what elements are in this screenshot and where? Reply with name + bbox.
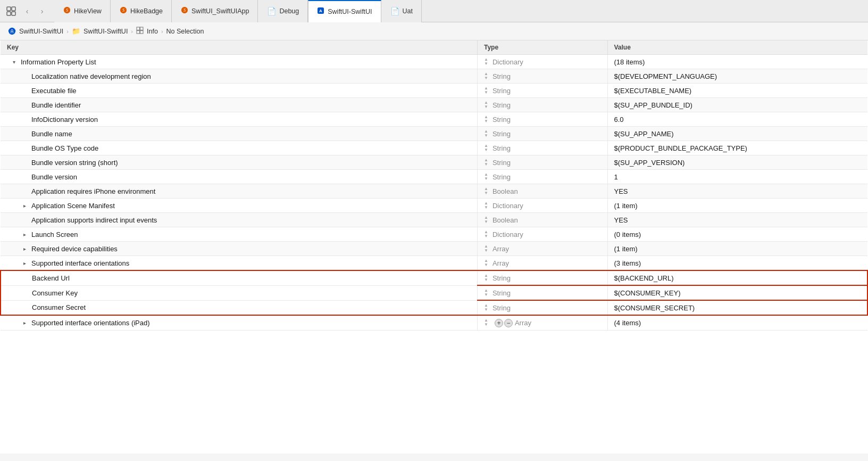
grid-icon[interactable] [4, 4, 18, 18]
type-arrows-bundle-version-short[interactable]: ▲▼ [484, 158, 488, 167]
plist-table: Key Type Value Information Property List… [0, 40, 868, 331]
disclosure-supported-orientations-ipad[interactable] [21, 320, 28, 326]
disclosure-app-scene-manifest[interactable] [21, 203, 28, 209]
tab-swiftui-swiftui[interactable]: A SwiftUI-SwiftUI [308, 0, 381, 22]
breadcrumb-sep-2: › [131, 28, 133, 35]
type-arrows-backend-url[interactable]: ▲▼ [484, 274, 488, 282]
nav-back-button[interactable]: ‹ [21, 5, 33, 17]
svg-text:S: S [122, 8, 124, 13]
tab-label: HikeBadge [130, 7, 163, 15]
cell-key-info-prop-list: Information Property List [1, 55, 478, 69]
tab-debug[interactable]: 📄Debug [258, 0, 308, 22]
value-label-bundle-version-short: $(SU_APP_VERSION) [614, 159, 685, 167]
table-row[interactable]: Information Property List▲▼Dictionary(18… [1, 55, 867, 69]
cell-value-app-requires-iphone: YES [607, 184, 867, 199]
type-arrows-required-device[interactable]: ▲▼ [484, 244, 488, 253]
table-row[interactable]: Supported interface orientations▲▼Array(… [1, 256, 867, 271]
type-arrows-info-prop-list[interactable]: ▲▼ [484, 57, 488, 66]
type-arrows-localization[interactable]: ▲▼ [484, 72, 488, 80]
cell-key-supported-orientations: Supported interface orientations [1, 256, 478, 271]
key-label-bundle-version: Bundle version [31, 173, 77, 181]
type-arrows-bundle-version[interactable]: ▲▼ [484, 172, 488, 181]
tab-icon-swift: S [63, 6, 71, 15]
type-arrows-bundle-id[interactable]: ▲▼ [484, 101, 488, 109]
disclosure-info-prop-list[interactable] [10, 59, 18, 65]
disclosure-supported-orientations[interactable] [21, 260, 28, 266]
cell-key-infodict-version: InfoDictionary version [1, 112, 478, 127]
type-label-supported-orientations: Array [493, 259, 509, 267]
add-button[interactable]: + [495, 319, 503, 327]
table-row[interactable]: Application supports indirect input even… [1, 213, 867, 227]
type-arrows-app-requires-iphone[interactable]: ▲▼ [484, 187, 488, 195]
table-row[interactable]: Bundle name▲▼String$(SU_APP_NAME) [1, 127, 867, 141]
type-arrows-bundle-name[interactable]: ▲▼ [484, 129, 488, 138]
type-arrows-supported-orientations-ipad[interactable]: ▲▼ [484, 318, 488, 327]
disclosure-bundle-version [21, 173, 28, 181]
value-label-backend-url: $(BACKEND_URL) [614, 274, 674, 282]
table-row[interactable]: Backend Url▲▼String$(BACKEND_URL) [1, 270, 867, 285]
type-arrows-consumer-key[interactable]: ▲▼ [484, 289, 488, 297]
svg-rect-0 [7, 7, 11, 11]
cell-value-bundle-version-short: $(SU_APP_VERSION) [607, 155, 867, 170]
value-label-bundle-version: 1 [614, 173, 618, 181]
table-row[interactable]: Consumer Secret▲▼String$(CONSUMER_SECRET… [1, 300, 867, 315]
svg-rect-2 [7, 12, 11, 15]
table-row[interactable]: Bundle identifier▲▼String$(SU_APP_BUNDLE… [1, 98, 867, 112]
cell-key-supported-orientations-ipad: Supported interface orientations (iPad) [1, 315, 478, 330]
cell-type-info-prop-list: ▲▼Dictionary [478, 55, 608, 69]
cell-type-bundle-version-short: ▲▼String [478, 155, 608, 170]
tab-hikeview[interactable]: S HikeView [54, 0, 111, 22]
type-arrows-executable[interactable]: ▲▼ [484, 86, 488, 95]
tab-uat[interactable]: 📄Uat [381, 0, 422, 22]
value-label-bundle-id: $(SU_APP_BUNDLE_ID) [614, 101, 692, 109]
table-row[interactable]: Executable file▲▼String$(EXECUTABLE_NAME… [1, 84, 867, 98]
table-row[interactable]: Consumer Key▲▼String$(CONSUMER_KEY) [1, 285, 867, 300]
tab-swiftui-app[interactable]: S SwiftUI_SwiftUIApp [172, 0, 258, 22]
type-arrows-infodict-version[interactable]: ▲▼ [484, 115, 488, 124]
type-arrows-launch-screen[interactable]: ▲▼ [484, 230, 488, 238]
cell-key-bundle-version: Bundle version [1, 170, 478, 184]
cell-value-bundle-name: $(SU_APP_NAME) [607, 127, 867, 141]
disclosure-launch-screen[interactable] [21, 232, 28, 237]
cell-type-bundle-os-type: ▲▼String [478, 141, 608, 155]
cell-type-backend-url: ▲▼String [478, 270, 608, 285]
table-row[interactable]: Bundle version▲▼String1 [1, 170, 867, 184]
breadcrumb-info-label[interactable]: Info [147, 28, 158, 35]
table-row[interactable]: Launch Screen▲▼Dictionary(0 items) [1, 227, 867, 242]
type-arrows-consumer-secret[interactable]: ▲▼ [484, 303, 488, 312]
key-label-info-prop-list: Information Property List [21, 58, 96, 66]
nav-forward-button[interactable]: › [36, 5, 48, 17]
breadcrumb-app-label[interactable]: SwiftUI-SwiftUI [19, 28, 63, 35]
table-row[interactable]: InfoDictionary version▲▼String6.0 [1, 112, 867, 127]
table-row[interactable]: Bundle version string (short)▲▼String$(S… [1, 155, 867, 170]
type-arrows-app-indirect-input[interactable]: ▲▼ [484, 216, 488, 224]
key-label-required-device: Required device capabilities [31, 245, 118, 253]
tab-icon-swift: S [181, 6, 188, 15]
table-row[interactable]: Required device capabilities▲▼Array(1 it… [1, 242, 867, 256]
add-remove-buttons: + − [493, 318, 513, 327]
cell-key-consumer-key: Consumer Key [1, 285, 478, 300]
type-arrows-supported-orientations[interactable]: ▲▼ [484, 259, 488, 267]
table-row[interactable]: Supported interface orientations (iPad)▲… [1, 315, 867, 330]
type-arrows-app-scene-manifest[interactable]: ▲▼ [484, 201, 488, 210]
table-row[interactable]: Localization native development region▲▼… [1, 69, 867, 84]
table-row[interactable]: Bundle OS Type code▲▼String$(PRODUCT_BUN… [1, 141, 867, 155]
table-row[interactable]: Application requires iPhone environment▲… [1, 184, 867, 199]
tab-label: Debug [279, 7, 299, 15]
breadcrumb-sep-3: › [161, 28, 163, 35]
tab-icon-doc: 📄 [267, 7, 276, 15]
cell-type-bundle-id: ▲▼String [478, 98, 608, 112]
disclosure-consumer-secret [21, 303, 29, 311]
cell-value-executable: $(EXECUTABLE_NAME) [607, 84, 867, 98]
cell-key-backend-url: Backend Url [1, 270, 478, 285]
disclosure-bundle-os-type [21, 144, 28, 152]
cell-value-consumer-secret: $(CONSUMER_SECRET) [607, 300, 867, 315]
remove-button[interactable]: − [504, 319, 513, 327]
type-label-app-requires-iphone: Boolean [493, 187, 518, 195]
type-label-required-device: Array [493, 245, 509, 253]
breadcrumb-folder-label[interactable]: SwiftUI-SwiftUI [84, 28, 128, 35]
tab-hikebadge[interactable]: S HikeBadge [111, 0, 172, 22]
type-arrows-bundle-os-type[interactable]: ▲▼ [484, 144, 488, 152]
table-row[interactable]: Application Scene Manifest▲▼Dictionary(1… [1, 199, 867, 213]
disclosure-required-device[interactable] [21, 246, 28, 252]
